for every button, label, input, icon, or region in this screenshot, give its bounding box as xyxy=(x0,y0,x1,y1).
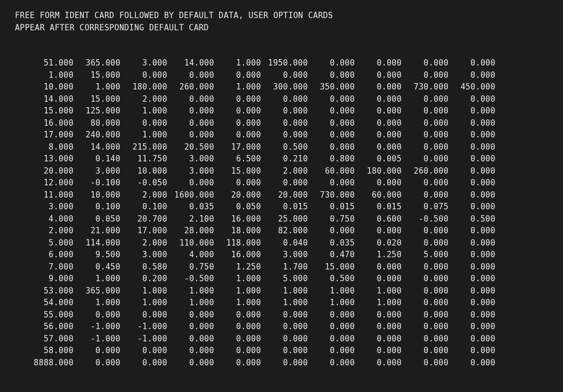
table-cell: 4.000 xyxy=(27,213,74,225)
table-cell: 2.100 xyxy=(167,213,214,225)
table-cell: 3.000 xyxy=(120,57,167,69)
table-cell: 0.000 xyxy=(120,357,167,369)
table-cell: 0.050 xyxy=(214,201,261,213)
table-cell: 0.000 xyxy=(355,69,402,81)
table-cell: 0.000 xyxy=(355,117,402,129)
table-cell: 0.000 xyxy=(355,141,402,153)
table-cell: 0.000 xyxy=(308,141,355,153)
table-cell: 0.000 xyxy=(120,309,167,321)
table-cell: 0.000 xyxy=(448,153,495,165)
table-cell: 1.000 xyxy=(74,81,120,93)
table-cell: 1.000 xyxy=(214,297,261,309)
table-cell: 58.000 xyxy=(27,345,74,357)
table-cell: 1.000 xyxy=(308,297,355,309)
table-cell: 0.000 xyxy=(402,321,448,333)
table-cell: 20.700 xyxy=(120,213,167,225)
table-cell: -0.050 xyxy=(120,177,167,189)
table-cell: 1.000 xyxy=(74,273,120,285)
table-cell: 0.000 xyxy=(402,357,448,369)
table-cell: 0.500 xyxy=(448,213,495,225)
table-cell: 0.000 xyxy=(402,333,448,345)
table-cell: 0.000 xyxy=(308,93,355,105)
table-cell: 20.000 xyxy=(261,189,308,201)
table-cell: 0.750 xyxy=(308,213,355,225)
table-cell: 1.000 xyxy=(355,297,402,309)
table-cell: 0.000 xyxy=(261,321,308,333)
table-row: 16.00080.0000.0000.0000.0000.0000.0000.0… xyxy=(27,117,563,129)
table-cell: 1.000 xyxy=(27,69,74,81)
table-cell: 0.000 xyxy=(448,105,495,117)
table-cell: 10.000 xyxy=(27,81,74,93)
table-cell: 8.000 xyxy=(27,141,74,153)
table-cell: 0.035 xyxy=(167,201,214,213)
table-row: 54.0001.0001.0001.0001.0001.0001.0001.00… xyxy=(27,297,563,309)
table-cell: 5.000 xyxy=(27,237,74,249)
table-cell: 0.000 xyxy=(402,273,448,285)
table-cell: 0.000 xyxy=(214,93,261,105)
table-cell: 0.000 xyxy=(167,333,214,345)
table-cell: 1.250 xyxy=(355,249,402,261)
table-cell: 28.000 xyxy=(167,225,214,237)
table-cell: 180.000 xyxy=(120,81,167,93)
table-cell: 0.000 xyxy=(402,297,448,309)
table-cell: 0.450 xyxy=(74,261,120,273)
table-cell: 0.000 xyxy=(261,333,308,345)
table-cell: -1.000 xyxy=(120,333,167,345)
table-cell: 0.000 xyxy=(355,345,402,357)
table-cell: 300.000 xyxy=(261,81,308,93)
table-cell: 0.000 xyxy=(261,117,308,129)
table-row: 12.000-0.100-0.0500.0000.0000.0000.0000.… xyxy=(27,177,563,189)
table-cell: 57.000 xyxy=(27,333,74,345)
table-cell: 1.000 xyxy=(261,285,308,297)
table-cell: 1.000 xyxy=(120,129,167,141)
table-cell: 1950.000 xyxy=(261,57,308,69)
table-cell: 1.000 xyxy=(120,297,167,309)
table-cell: 1600.000 xyxy=(167,189,214,201)
table-cell: 0.000 xyxy=(448,57,495,69)
table-cell: 3.000 xyxy=(261,249,308,261)
table-cell: 1.000 xyxy=(120,105,167,117)
data-table: 51.000365.0003.00014.0001.0001950.0000.0… xyxy=(27,57,563,369)
table-row: 10.0001.000180.000260.0001.000300.000350… xyxy=(27,81,563,93)
table-row: 58.0000.0000.0000.0000.0000.0000.0000.00… xyxy=(27,345,563,357)
table-cell: 0.000 xyxy=(120,345,167,357)
table-cell: 0.000 xyxy=(355,357,402,369)
table-cell: 0.000 xyxy=(448,177,495,189)
table-cell: 0.000 xyxy=(355,261,402,273)
table-cell: 0.000 xyxy=(261,357,308,369)
table-cell: 0.000 xyxy=(214,105,261,117)
table-row: 4.0000.05020.7002.10016.00025.0000.7500.… xyxy=(27,213,563,225)
table-cell: 0.500 xyxy=(261,141,308,153)
table-cell: 0.000 xyxy=(355,333,402,345)
table-cell: 10.000 xyxy=(74,189,120,201)
table-cell: 0.000 xyxy=(308,177,355,189)
table-cell: 0.035 xyxy=(308,237,355,249)
table-cell: 365.000 xyxy=(74,57,120,69)
table-cell: 6.500 xyxy=(214,153,261,165)
table-cell: 0.000 xyxy=(448,225,495,237)
table-row: 8888.0000.0000.0000.0000.0000.0000.0000.… xyxy=(27,357,563,369)
table-cell: 0.800 xyxy=(308,153,355,165)
table-cell: 0.000 xyxy=(308,69,355,81)
table-cell: -0.100 xyxy=(74,177,120,189)
table-row: 13.0000.14011.7503.0006.5000.2100.8000.0… xyxy=(27,153,563,165)
table-cell: 0.000 xyxy=(402,225,448,237)
table-cell: 0.750 xyxy=(167,261,214,273)
table-cell: 15.000 xyxy=(27,105,74,117)
table-cell: 1.000 xyxy=(214,285,261,297)
table-cell: 0.075 xyxy=(402,201,448,213)
table-cell: 0.000 xyxy=(402,93,448,105)
table-cell: 80.000 xyxy=(74,117,120,129)
table-cell: 0.500 xyxy=(308,273,355,285)
table-cell: 0.000 xyxy=(167,93,214,105)
table-cell: 2.000 xyxy=(120,237,167,249)
table-cell: -0.500 xyxy=(402,213,448,225)
table-cell: 0.210 xyxy=(261,153,308,165)
table-cell: 0.470 xyxy=(308,249,355,261)
table-cell: 0.000 xyxy=(214,345,261,357)
table-cell: 1.000 xyxy=(74,297,120,309)
table-cell: 9.000 xyxy=(27,273,74,285)
table-cell: 125.000 xyxy=(74,105,120,117)
table-cell: 0.000 xyxy=(402,345,448,357)
table-cell: 53.000 xyxy=(27,285,74,297)
